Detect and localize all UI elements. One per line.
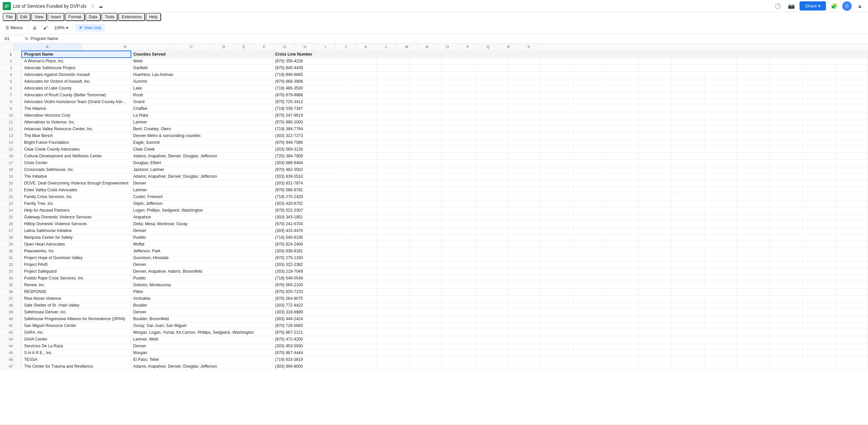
col-header-k[interactable]: K	[356, 43, 376, 50]
cell-a1[interactable]: Program Name	[22, 51, 131, 58]
menu-edit[interactable]: Edit	[17, 13, 31, 21]
table-row[interactable]: 6Advocates of Lake CountyLake(719) 486-3…	[0, 85, 868, 92]
cell-A8[interactable]: Advocates Victim Assistance Team (Grand …	[22, 98, 131, 105]
cell-C7[interactable]: (970) 879-8888	[273, 92, 344, 98]
col-header-p[interactable]: P	[458, 43, 478, 50]
table-row[interactable]: 44Servicios De La RazaDenver(303) 953-59…	[0, 343, 868, 349]
cell-B10[interactable]: La Plata	[131, 112, 273, 119]
cell-A29[interactable]: Open Heart Advocates	[22, 241, 131, 248]
cell-C5[interactable]: (970) 668-3906	[273, 78, 344, 85]
cell-C45[interactable]: (970) 867-4444	[273, 349, 344, 356]
cell-A46[interactable]: TESSA	[22, 356, 131, 363]
cell-B33[interactable]: Denver, Arapahoe, Adams, Broomfield	[131, 268, 273, 275]
cell-C24[interactable]: (970) 522-2307	[273, 207, 344, 214]
table-row[interactable]: 9The AllianceChaffee(719) 539-7347	[0, 105, 868, 112]
table-row[interactable]: 21Estes Valley Crisis AdvocatesLarimer(9…	[0, 187, 868, 193]
sheet-wrapper[interactable]: 1 Program Name Counties Served Crisis Li…	[0, 51, 868, 424]
cell-A36[interactable]: RESPONSE	[22, 288, 131, 295]
cell-A28[interactable]: Mariposa Center for Safety	[22, 234, 131, 241]
table-row[interactable]: 47The Center for Trauma and ResilienceAd…	[0, 363, 868, 370]
cell-A12[interactable]: Arkansas Valley Resource Center, Inc.	[22, 125, 131, 132]
cell-C34[interactable]: (719) 549-0549	[273, 275, 344, 282]
col-header-r[interactable]: R	[498, 43, 519, 50]
col-header-d[interactable]: D	[214, 43, 234, 50]
cell-B39[interactable]: Denver	[131, 309, 273, 315]
cell-A9[interactable]: The Alliance	[22, 105, 131, 112]
cell-C41[interactable]: (970) 728-5660	[273, 322, 344, 329]
cell-C37[interactable]: (970) 264-9075	[273, 295, 344, 302]
cell-B14[interactable]: Eagle; Summit	[131, 139, 273, 146]
table-row[interactable]: 11Alternatives to Violence, Inc.Larimer(…	[0, 119, 868, 125]
menu-file[interactable]: File	[3, 13, 16, 21]
table-row[interactable]: 10Alternative Horizons CorpLa Plata(970)…	[0, 112, 868, 119]
cell-C43[interactable]: (970) 472-4200	[273, 336, 344, 343]
table-row[interactable]: 17Crisis CenterDouglas; Elbert(303) 688-…	[0, 159, 868, 166]
cell-C47[interactable]: (303) 894-8000	[273, 363, 344, 370]
table-row[interactable]: 18Crossroads Safehouse, Inc.Jackson; Lar…	[0, 166, 868, 173]
cell-B35[interactable]: Dolores; Montezuma	[131, 282, 273, 288]
table-row[interactable]: 1 Program Name Counties Served Crisis Li…	[0, 51, 868, 58]
table-row[interactable]: 13The Blue BenchDenver Metro & surroundi…	[0, 132, 868, 139]
cell-B37[interactable]: Archuleta	[131, 295, 273, 302]
table-row[interactable]: 30Peaceworks, Inc.Jefferson; Park(303) 8…	[0, 248, 868, 254]
cell-A40[interactable]: Safehouse Progressive Alliance for Nonvi…	[22, 315, 131, 322]
cell-C16[interactable]: (720) 394-7909	[273, 153, 344, 159]
col-header-j[interactable]: J	[336, 43, 356, 50]
col-header-q[interactable]: Q	[478, 43, 498, 50]
cell-C20[interactable]: (303) 831-7874	[273, 180, 344, 187]
cell-B12[interactable]: Bent; Crowley; Otero	[131, 125, 273, 132]
cell-B31[interactable]: Gunnison; Hinsdale	[131, 254, 273, 261]
col-header-c[interactable]: C	[170, 43, 214, 50]
cell-A43[interactable]: SAVA Center	[22, 336, 131, 343]
cell-A35[interactable]: Renew, Inc.	[22, 282, 131, 288]
cell-A45[interactable]: S.H.A.R.E., Inc.	[22, 349, 131, 356]
cell-B43[interactable]: Larimer, Weld	[131, 336, 273, 343]
cell-C15[interactable]: (303) 569-3126	[273, 146, 344, 153]
cell-reference[interactable]: A1	[3, 35, 23, 42]
table-row[interactable]: 39SafeHouse Denver, Inc.Denver(303) 318-…	[0, 309, 868, 315]
cell-B13[interactable]: Denver Metro & surrounding counties	[131, 132, 273, 139]
cell-B36[interactable]: Pitkin	[131, 288, 273, 295]
history-button[interactable]: 🕐	[772, 1, 783, 12]
cell-B30[interactable]: Jefferson; Park	[131, 248, 273, 254]
cell-B41[interactable]: Ouray; San Juan; San Miguel	[131, 322, 273, 329]
collapse-button[interactable]: ▲	[854, 1, 865, 12]
table-row[interactable]: 5Advocates for Victims of Assault, Inc.S…	[0, 78, 868, 85]
cell-C22[interactable]: (719) 275-2429	[273, 193, 344, 200]
table-row[interactable]: 32Project PAVEDenver(303) 322-2382	[0, 261, 868, 268]
cell-B21[interactable]: Larimer	[131, 187, 273, 193]
cell-A11[interactable]: Alternatives to Violence, Inc.	[22, 119, 131, 125]
cell-C9[interactable]: (719) 539-7347	[273, 105, 344, 112]
cell-C3[interactable]: (970) 945-4439	[273, 64, 344, 71]
cell-B34[interactable]: Pueblo	[131, 275, 273, 282]
menu-help[interactable]: Help	[146, 13, 161, 21]
cell-A15[interactable]: Clear Creek County Advocates	[22, 146, 131, 153]
cell-B27[interactable]: Denver	[131, 227, 273, 234]
cell-A42[interactable]: SARA, Inc.	[22, 329, 131, 336]
cell-C32[interactable]: (303) 322-2382	[273, 261, 344, 268]
cell-C19[interactable]: (303) 839-5510	[273, 173, 344, 180]
cell-B22[interactable]: Custer; Fremont	[131, 193, 273, 200]
table-row[interactable]: 31Project Hope of Gunnison ValleyGunniso…	[0, 254, 868, 261]
star-icon[interactable]: ☆	[90, 3, 96, 9]
cell-A4[interactable]: Advocates Against Domestic Assault	[22, 71, 131, 78]
cell-B2[interactable]: Weld	[131, 58, 273, 64]
cell-A10[interactable]: Alternative Horizons Corp	[22, 112, 131, 119]
col-header-o[interactable]: O	[437, 43, 458, 50]
cell-C2[interactable]: (970) 356-4226	[273, 58, 344, 64]
col-header-f[interactable]: F	[254, 43, 275, 50]
cell-C8[interactable]: (970) 725-3412	[273, 98, 344, 105]
cell-C26[interactable]: (970) 241-6704	[273, 220, 344, 227]
cell-A18[interactable]: Crossroads Safehouse, Inc.	[22, 166, 131, 173]
cell-B26[interactable]: Delta; Mesa; Montrose; Ouray	[131, 220, 273, 227]
cell-A14[interactable]: Bright Future Foundation	[22, 139, 131, 146]
cell-A5[interactable]: Advocates for Victims of Assault, Inc.	[22, 78, 131, 85]
cell-C12[interactable]: (719) 384-7764	[273, 125, 344, 132]
cell-C40[interactable]: (303) 444-2424	[273, 315, 344, 322]
cell-C33[interactable]: (303) 219-7049	[273, 268, 344, 275]
extensions-button[interactable]: 🧩	[829, 1, 840, 12]
cloud-icon[interactable]: ☁	[98, 3, 104, 9]
cell-B44[interactable]: Denver	[131, 343, 273, 349]
cell-C30[interactable]: (303) 838-8181	[273, 248, 344, 254]
cell-B29[interactable]: Moffat	[131, 241, 273, 248]
